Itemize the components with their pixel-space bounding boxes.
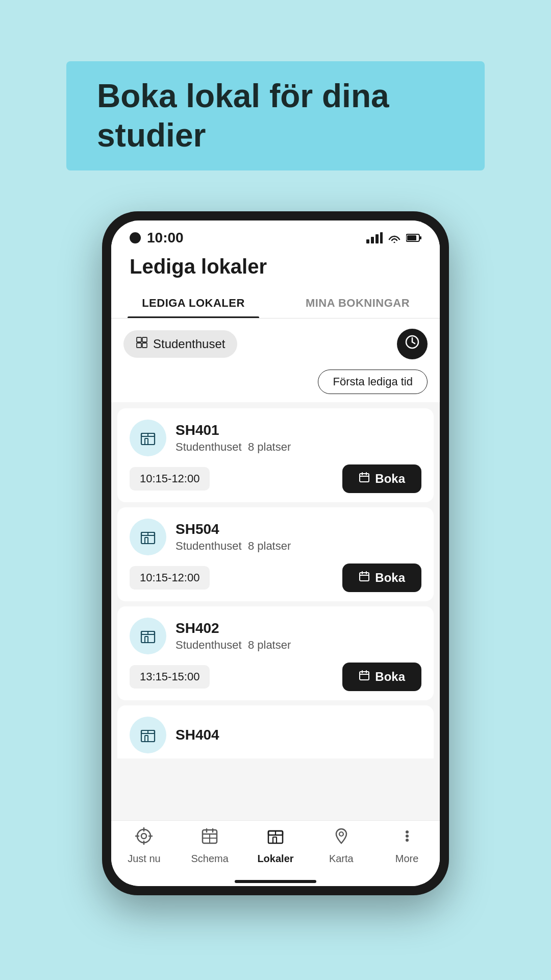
tab-mina-bokningar[interactable]: MINA BOKNINGAR [276, 288, 440, 318]
nav-label-just-nu: Just nu [128, 853, 160, 865]
nav-item-lokaler[interactable]: Lokaler [250, 827, 301, 865]
room-avatar-sh504 [130, 519, 166, 555]
camera-dot [130, 232, 141, 243]
phone-frame: 10:00 [102, 211, 449, 895]
nav-item-karta[interactable]: Karta [316, 827, 367, 865]
room-avatar-sh404 [130, 717, 166, 753]
svg-rect-1 [371, 237, 374, 243]
phone-screen: 10:00 [111, 220, 440, 886]
nav-item-just-nu[interactable]: Just nu [118, 827, 169, 865]
room-name-sh402: SH402 [176, 620, 291, 636]
nav-item-more[interactable]: More [382, 827, 433, 865]
building-filter-icon [136, 336, 148, 352]
calendar-grid-icon [201, 827, 219, 850]
content-area: Studenthuset [111, 318, 440, 820]
room-sub-sh402: Studenthuset 8 platser [176, 639, 291, 652]
signal-icon [366, 232, 383, 243]
svg-rect-18 [360, 474, 369, 482]
svg-rect-5 [407, 235, 416, 240]
svg-rect-7 [137, 337, 141, 342]
calendar-icon-3 [359, 670, 370, 684]
boka-button-sh402[interactable]: Boka [342, 663, 421, 691]
svg-rect-8 [142, 337, 147, 342]
calendar-icon-2 [359, 571, 370, 585]
first-avail-button[interactable]: Första lediga tid [318, 370, 428, 394]
svg-rect-15 [145, 438, 148, 445]
svg-rect-6 [420, 236, 421, 239]
room-name-sh404: SH404 [176, 727, 219, 743]
more-dots-icon [398, 827, 416, 850]
nav-label-lokaler: Lokaler [257, 853, 293, 865]
status-left: 10:00 [130, 230, 184, 246]
svg-line-13 [412, 342, 415, 344]
room-card-sh401: SH401 Studenthuset 8 platser 10:15-12:00 [117, 408, 434, 502]
svg-rect-9 [137, 343, 141, 348]
boka-button-sh401[interactable]: Boka [342, 464, 421, 493]
room-sub-sh401: Studenthuset 8 platser [176, 440, 291, 454]
svg-rect-2 [375, 234, 379, 243]
home-indicator [111, 877, 440, 886]
time-chip-sh504: 10:15-12:00 [130, 566, 210, 590]
building-icon-active [266, 827, 285, 850]
svg-rect-26 [360, 573, 369, 581]
room-card-sh404-partial: SH404 [117, 705, 434, 758]
building-name: Studenthuset [153, 337, 225, 351]
room-sub-sh504: Studenthuset 8 platser [176, 540, 291, 553]
app-header: Lediga lokaler [111, 251, 440, 288]
headline: Boka lokal för dina studier [97, 77, 454, 155]
status-icons [366, 232, 421, 243]
svg-point-43 [141, 834, 146, 839]
svg-rect-34 [360, 672, 369, 680]
svg-rect-10 [142, 343, 147, 348]
calendar-icon [359, 472, 370, 486]
first-avail-row: Första lediga tid [111, 364, 440, 402]
battery-icon [406, 233, 421, 242]
bottom-nav: Just nu Schema [111, 820, 440, 877]
header-banner: Boka lokal för dina studier [66, 61, 485, 170]
clock-icon [405, 334, 420, 353]
time-chip-sh401: 10:15-12:00 [130, 467, 210, 491]
svg-rect-0 [366, 239, 369, 243]
status-bar: 10:00 [111, 220, 440, 251]
tab-lediga-lokaler[interactable]: LEDIGA LOKALER [111, 288, 276, 318]
svg-point-60 [406, 835, 409, 838]
room-name-sh401: SH401 [176, 422, 291, 438]
room-list: SH401 Studenthuset 8 platser 10:15-12:00 [111, 402, 440, 820]
map-pin-icon [332, 827, 350, 850]
app-title: Lediga lokaler [130, 255, 421, 278]
nav-label-schema: Schema [191, 853, 229, 865]
svg-rect-31 [145, 636, 148, 643]
svg-rect-3 [380, 232, 383, 243]
room-name-sh504: SH504 [176, 521, 291, 537]
nav-item-schema[interactable]: Schema [184, 827, 235, 865]
filter-bar: Studenthuset [111, 318, 440, 364]
room-avatar-sh402 [130, 618, 166, 654]
svg-rect-23 [145, 537, 148, 544]
home-bar [235, 880, 316, 883]
nav-label-karta: Karta [329, 853, 354, 865]
building-filter[interactable]: Studenthuset [123, 330, 237, 358]
nav-label-more: More [395, 853, 419, 865]
room-avatar-sh401 [130, 420, 166, 456]
svg-point-59 [406, 830, 409, 834]
clock-filter-button[interactable] [397, 329, 428, 359]
time-chip-sh402: 13:15-15:00 [130, 665, 210, 689]
wifi-icon [387, 232, 402, 243]
crosshair-icon [135, 827, 153, 850]
svg-point-61 [406, 839, 409, 842]
svg-rect-39 [145, 736, 148, 742]
tabs-container: LEDIGA LOKALER MINA BOKNINGAR [111, 288, 440, 318]
room-card-sh504: SH504 Studenthuset 8 platser 10:15-12:00 [117, 507, 434, 601]
svg-rect-55 [273, 837, 277, 843]
svg-point-58 [339, 832, 343, 836]
room-card-sh402: SH402 Studenthuset 8 platser 13:15-15:00 [117, 606, 434, 700]
status-time: 10:00 [147, 230, 184, 246]
boka-button-sh504[interactable]: Boka [342, 564, 421, 592]
